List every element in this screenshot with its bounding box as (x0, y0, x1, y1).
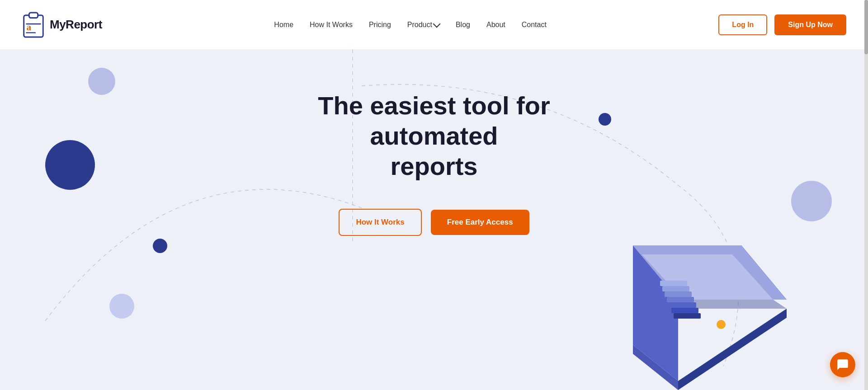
svg-marker-20 (678, 309, 787, 390)
logo-link[interactable]: a MyReport (22, 12, 102, 38)
svg-rect-13 (669, 302, 696, 308)
svg-rect-1 (29, 12, 38, 18)
nav-links: Home How It Works Pricing Product Blog A… (274, 21, 547, 29)
decorative-circle-4 (109, 294, 134, 319)
hero-illustration (570, 218, 805, 390)
hero-title-line2: reports (391, 152, 478, 180)
signup-button[interactable]: Sign Up Now (774, 14, 846, 35)
nav-link-home[interactable]: Home (274, 21, 293, 28)
svg-rect-15 (665, 291, 692, 297)
hero-title-line1: The easiest tool for automated (318, 91, 550, 150)
decorative-circle-6 (791, 181, 832, 221)
svg-rect-16 (662, 286, 689, 291)
nav-item-pricing[interactable]: Pricing (369, 21, 391, 29)
svg-rect-17 (660, 281, 687, 286)
nav-link-about[interactable]: About (486, 21, 505, 28)
hero-section: The easiest tool for automated reports H… (0, 50, 868, 390)
nav-item-contact[interactable]: Contact (522, 21, 547, 29)
scroll-thumb[interactable] (864, 0, 868, 54)
navbar: a MyReport Home How It Works Pricing Pro… (0, 0, 868, 50)
login-button[interactable]: Log In (718, 14, 767, 35)
svg-point-18 (717, 320, 726, 329)
nav-link-product[interactable]: Product (407, 21, 439, 29)
svg-rect-12 (671, 308, 698, 313)
hero-buttons: How It Works Free Early Access (339, 209, 529, 236)
nav-item-blog[interactable]: Blog (456, 21, 470, 29)
nav-link-how-it-works[interactable]: How It Works (310, 21, 353, 28)
decorative-circle-3 (153, 239, 167, 253)
nav-link-contact[interactable]: Contact (522, 21, 547, 28)
nav-link-blog[interactable]: Blog (456, 21, 470, 28)
chevron-down-icon (433, 20, 440, 28)
decorative-circle-1 (88, 68, 115, 95)
free-early-access-button[interactable]: Free Early Access (431, 210, 529, 235)
nav-item-about[interactable]: About (486, 21, 505, 29)
decorative-circle-2 (45, 140, 95, 190)
nav-item-how-it-works[interactable]: How It Works (310, 21, 353, 29)
chat-button[interactable] (830, 352, 855, 377)
svg-rect-11 (674, 313, 701, 319)
nav-item-product[interactable]: Product (407, 21, 439, 29)
logo-text: MyReport (50, 18, 102, 32)
nav-actions: Log In Sign Up Now (718, 14, 846, 35)
logo-icon: a (22, 12, 45, 38)
scrollbar[interactable] (864, 0, 868, 390)
how-it-works-button[interactable]: How It Works (339, 209, 421, 236)
hero-title: The easiest tool for automated reports (253, 90, 615, 182)
nav-link-pricing[interactable]: Pricing (369, 21, 391, 28)
svg-text:a: a (27, 21, 32, 32)
svg-rect-14 (667, 297, 694, 302)
chat-icon (836, 358, 849, 371)
nav-item-home[interactable]: Home (274, 21, 293, 29)
